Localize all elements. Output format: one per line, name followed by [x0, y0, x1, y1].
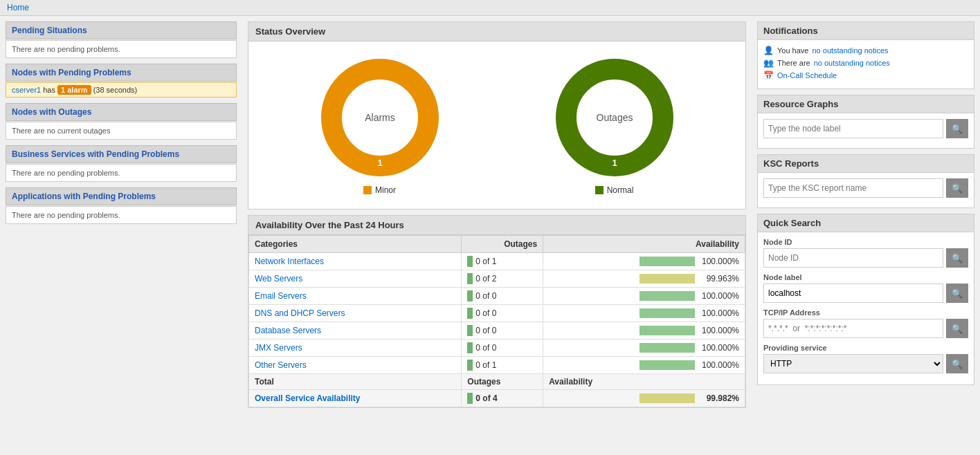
nodes-outages-body: There are no current outages [6, 122, 237, 140]
notification-line1: You have no outstanding notices [763, 46, 968, 55]
providing-service-select[interactable]: HTTPHTTPSICMPSNMPSSHFTP [763, 354, 943, 373]
calendar-icon [763, 71, 774, 80]
nodes-pending-alert: cserver1 has 1 alarm (38 seconds) [6, 82, 237, 98]
total-availability-header: Availability [543, 374, 745, 390]
col-categories: Categories [249, 236, 462, 253]
providing-service-select-row: HTTPHTTPSICMPSNMPSSHFTP 🔍 [763, 354, 968, 373]
nodes-pending-header: Nodes with Pending Problems [6, 64, 237, 82]
node-id-search-button[interactable]: 🔍 [946, 248, 968, 268]
outstanding-notices-link2[interactable]: no outstanding notices [814, 59, 890, 67]
svg-text:Outages: Outages [596, 112, 633, 123]
tcp-ip-search-button[interactable]: 🔍 [946, 319, 968, 338]
avail-row-label[interactable]: Network Interfaces [249, 253, 462, 270]
avail-row-availability: 100.000% [543, 340, 745, 357]
node-label-search-button[interactable]: 🔍 [946, 284, 968, 303]
resource-graphs-search-button[interactable]: 🔍 [946, 119, 968, 138]
avail-row-outages: 0 of 2 [462, 270, 543, 288]
cserver1-link[interactable]: cserver1 [12, 86, 41, 94]
status-overview-panel: Status Overview Alarms 1 Minor [248, 21, 746, 210]
ksc-reports-body: 🔍 [758, 173, 974, 207]
resource-graphs-input[interactable] [763, 119, 943, 138]
quick-search-header: Quick Search [758, 214, 974, 232]
notifications-section: Notifications You have no outstanding no… [757, 21, 974, 89]
total-outages-header: Outages [462, 374, 543, 390]
tcp-ip-search-row: 🔍 [763, 319, 968, 338]
right-panel: Notifications You have no outstanding no… [752, 16, 980, 450]
outstanding-notices-link1[interactable]: no outstanding notices [812, 46, 888, 55]
avail-row-label[interactable]: Database Servers [249, 322, 462, 340]
node-label-search-row: 🔍 [763, 284, 968, 303]
outages-legend: Normal [595, 185, 634, 195]
resource-graphs-body: 🔍 [758, 113, 974, 148]
svg-text:Alarms: Alarms [365, 112, 395, 123]
resource-graphs-section: Resource Graphs 🔍 [757, 95, 974, 149]
on-call-schedule-link[interactable]: On-Call Schedule [777, 71, 837, 80]
notification-line2: There are no outstanding notices [763, 58, 968, 68]
ksc-reports-input[interactable] [763, 178, 943, 198]
pending-situations-header: Pending Situations [6, 21, 237, 39]
avail-row-availability: 99.963% [543, 270, 745, 288]
node-label-label: Node label [763, 273, 968, 281]
avail-row-availability: 100.000% [543, 322, 745, 340]
avail-row-availability: 100.000% [543, 288, 745, 305]
tcp-ip-input[interactable] [763, 319, 943, 338]
col-availability: Availability [543, 236, 745, 253]
person-icon [763, 46, 774, 55]
notifications-body: You have no outstanding notices There ar… [758, 40, 974, 89]
nodes-outages-header: Nodes with Outages [6, 103, 237, 121]
availability-panel: Availability Over the Past 24 Hours Cate… [248, 215, 746, 408]
outages-donut: Outages 1 [552, 55, 677, 180]
col-outages: Outages [462, 236, 543, 253]
group-icon [763, 58, 774, 68]
left-panel: Pending Situations There are no pending … [0, 16, 242, 450]
providing-service-search-button[interactable]: 🔍 [946, 354, 968, 373]
alarm-badge: 1 alarm [57, 85, 91, 95]
ksc-reports-section: KSC Reports 🔍 [757, 154, 974, 208]
avail-row-availability: 100.000% [543, 357, 745, 374]
avail-row-outages: 0 of 0 [462, 340, 543, 357]
avail-row-availability: 100.000% [543, 305, 745, 322]
footer-outages: 0 of 4 [462, 390, 543, 407]
business-services-header: Business Services with Pending Problems [6, 145, 237, 163]
svg-text:1: 1 [377, 158, 382, 168]
resource-graphs-header: Resource Graphs [758, 95, 974, 113]
providing-service-label: Providing service [763, 344, 968, 352]
quick-search-section: Quick Search Node ID 🔍 Node label 🔍 [757, 214, 974, 385]
ksc-reports-header: KSC Reports [758, 155, 974, 173]
avail-row-label[interactable]: Web Servers [249, 270, 462, 288]
avail-row-outages: 0 of 0 [462, 305, 543, 322]
alarms-legend-label: Minor [375, 185, 396, 195]
avail-row-outages: 0 of 1 [462, 357, 543, 374]
pending-situations-body: There are no pending problems. [6, 40, 237, 58]
avail-row-outages: 0 of 1 [462, 253, 543, 270]
notifications-header: Notifications [758, 22, 974, 40]
ksc-reports-search-button[interactable]: 🔍 [946, 178, 968, 198]
center-panel: Status Overview Alarms 1 Minor [242, 16, 752, 450]
node-id-label: Node ID [763, 238, 968, 246]
avail-row-outages: 0 of 0 [462, 322, 543, 340]
total-label: Total [249, 374, 462, 390]
breadcrumb: Home [0, 0, 980, 16]
svg-text:1: 1 [612, 158, 617, 168]
avail-row-label[interactable]: JMX Servers [249, 340, 462, 357]
avail-row-label[interactable]: Email Servers [249, 288, 462, 305]
avail-row-outages: 0 of 0 [462, 288, 543, 305]
node-id-group: Node ID 🔍 [763, 238, 968, 268]
applications-body: There are no pending problems. [6, 206, 237, 224]
tcp-ip-label: TCP/IP Address [763, 308, 968, 317]
outages-chart: Outages 1 Normal [552, 55, 677, 195]
avail-row-label[interactable]: Other Servers [249, 357, 462, 374]
availability-table: Categories Outages Availability Network … [248, 235, 745, 407]
alarms-legend-dot [363, 186, 372, 194]
notification-line3: On-Call Schedule [763, 71, 968, 80]
node-label-input[interactable] [763, 284, 943, 303]
business-services-body: There are no pending problems. [6, 164, 237, 182]
node-id-input[interactable] [763, 248, 943, 268]
resource-graphs-search-row: 🔍 [763, 119, 968, 138]
providing-service-group: Providing service HTTPHTTPSICMPSNMPSSHFT… [763, 344, 968, 373]
applications-header: Applications with Pending Problems [6, 187, 237, 205]
alarms-chart: Alarms 1 Minor [318, 55, 442, 195]
home-link[interactable]: Home [7, 3, 29, 12]
avail-row-label[interactable]: DNS and DHCP Servers [249, 305, 462, 322]
footer-label[interactable]: Overall Service Availability [249, 390, 462, 407]
